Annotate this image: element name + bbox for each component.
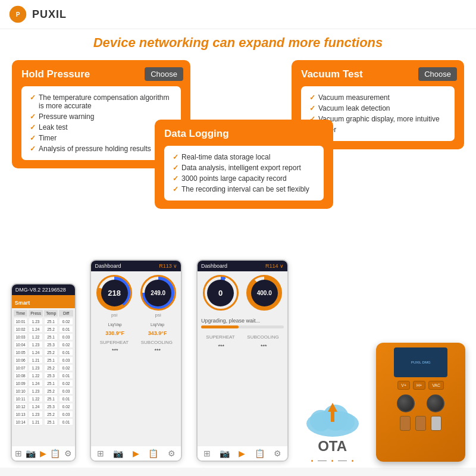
device-body: PUXIL DMG V+ H+ VAC <box>376 343 465 462</box>
list-item: Timer <box>30 133 173 143</box>
bottom-section: DMG-V8.2 22196528 Smart Time Press Temp … <box>0 245 476 468</box>
gauge-value-1: 218 <box>108 289 121 298</box>
gauge-circle-2: 249.0 <box>140 275 176 311</box>
table-row: 10:071.2325.20.02 <box>14 364 73 371</box>
gauge-4: 400.0 <box>246 275 282 311</box>
connection-lines <box>311 460 353 462</box>
list-item: Vacuum measurement <box>309 92 446 103</box>
list-item: 3000 points large capacity record <box>173 173 315 184</box>
phone-2-header-right: R113 ∨ <box>159 263 177 269</box>
hold-pressure-features: The temperature compensation algorithm i… <box>30 92 173 154</box>
table-row: 10:061.2125.10.03 <box>14 356 73 364</box>
phone-2-nav: ⊞ 📷 ▶ 📋 ⚙ <box>91 446 181 461</box>
sc-label-3: SUBCOOLING <box>247 334 278 340</box>
svg-text:P: P <box>16 11 20 18</box>
phone-3: Dashboard R114 ∨ 0 400.0 <box>196 259 289 462</box>
vacuum-test-title: Vacuum Test <box>301 68 363 80</box>
nav-graph[interactable]: ⊞ <box>15 449 22 458</box>
value-row: *** *** <box>91 346 181 355</box>
gauge-2: 249.0 psi <box>140 275 176 318</box>
gauge-value-3: 0 <box>218 289 223 298</box>
table-header: Time Press Temp Diff <box>14 310 73 317</box>
svg-point-5 <box>337 413 355 431</box>
gauge-value-2: 249.0 <box>151 290 165 296</box>
data-table: Time Press Temp Diff 10:011.2325.10.02 1… <box>12 308 75 428</box>
phone-2-header: Dashboard R113 ∨ <box>91 261 181 271</box>
gauge-area: 218 psi 249.0 psi <box>91 271 181 321</box>
device-ports <box>400 416 441 431</box>
cloud-container: OTA <box>303 397 362 455</box>
device-knob-left[interactable] <box>397 394 415 412</box>
nav-start[interactable]: ▶ <box>40 449 46 458</box>
stat-val1: Liq/Vap <box>108 322 122 327</box>
hold-pressure-title: Hold Pressure <box>21 68 90 80</box>
phone-3-content: 0 400.0 Upgrading, please wait... <box>198 271 287 446</box>
col-time: Time <box>14 310 27 317</box>
phone-3-nav: ⊞ 📷 ▶ 📋 ⚙ <box>198 446 287 461</box>
cards-section: Hold Pressure Choose The temperature com… <box>0 54 476 245</box>
table-row: 10:081.2225.30.01 <box>14 372 73 379</box>
progress-bar <box>201 325 284 328</box>
temp-row: 330.9°F 343.9°F <box>91 328 181 339</box>
cloud-icon <box>303 397 362 439</box>
subtitle-bar: Device networking can expand more functi… <box>0 29 476 54</box>
sc-val-3: *** <box>261 343 267 349</box>
device-btn-2[interactable]: H+ <box>413 381 425 390</box>
phone-2-header-left: Dashboard <box>95 263 121 269</box>
device-knob-right[interactable] <box>427 394 444 412</box>
device-wrapper: PUXIL DMG V+ H+ VAC <box>376 343 465 462</box>
nav-graph-3[interactable]: ⊞ <box>203 449 211 458</box>
nav-graph-2[interactable]: ⊞ <box>97 449 104 458</box>
vacuum-test-choose-button[interactable]: Choose <box>418 67 457 81</box>
col-press: Press <box>29 310 43 317</box>
device-screen: PUXIL DMG <box>394 347 447 377</box>
device-btn-3[interactable]: VAC <box>428 381 444 390</box>
nav-play-2[interactable]: ▶ <box>133 449 139 458</box>
table-row: 10:021.2425.20.01 <box>14 325 73 333</box>
sh-value: *** <box>112 347 118 353</box>
list-item: Real-time data storage local <box>173 152 315 162</box>
nav-camera-3[interactable]: 📷 <box>220 449 230 458</box>
data-logging-features: Real-time data storage local Data analys… <box>173 152 315 195</box>
label-row: SUPERHEAT SUBCOOLING <box>91 339 181 346</box>
gauge-label-1: psi <box>96 312 132 318</box>
sc-label: SUBCOOLING <box>141 340 173 345</box>
temp-2: 343.9°F <box>148 330 167 336</box>
sh-label: SUPERHEAT <box>100 340 129 345</box>
hold-pressure-choose-button[interactable]: Choose <box>145 67 183 81</box>
nav-play-3[interactable]: ▶ <box>239 449 245 458</box>
brand-name: PUXIL <box>32 8 67 21</box>
nav-report-2[interactable]: 📋 <box>148 449 158 458</box>
list-item: Analysis of pressure holding results <box>30 143 173 154</box>
sh-val-3: *** <box>218 343 224 349</box>
progress-fill <box>201 325 239 328</box>
gauge-label-2: psi <box>140 312 176 318</box>
device-btn-1[interactable]: V+ <box>397 381 410 390</box>
list-item: Leak test <box>30 122 173 133</box>
col-temp: Temp <box>44 310 58 317</box>
gauge-circle-4: 400.0 <box>246 275 282 311</box>
nav-camera-2[interactable]: 📷 <box>113 449 123 458</box>
phone-1-header: DMG-V8.2 22196528 <box>12 284 75 295</box>
table-row: 10:101.2325.20.03 <box>14 387 73 394</box>
nav-settings-2[interactable]: ⚙ <box>168 449 176 458</box>
upgrade-bar: Upgrading, please wait... <box>198 314 287 332</box>
data-logging-title: Data Logging <box>164 128 229 139</box>
gauge-inner-3: 0 <box>207 280 234 306</box>
nav-settings[interactable]: ⚙ <box>64 449 72 458</box>
phone-3-header-left: Dashboard <box>201 263 227 269</box>
nav-screenshot[interactable]: 📷 <box>26 449 36 458</box>
list-item: The recording interval can be set flexib… <box>173 184 315 195</box>
phone-3-labels: SUPERHEAT SUBCOOLING <box>198 332 287 342</box>
temp-1: 330.9°F <box>105 330 124 336</box>
device-knobs <box>397 394 444 412</box>
device-buttons-row: V+ H+ VAC <box>397 381 444 390</box>
nav-report-3[interactable]: 📋 <box>255 449 265 458</box>
nav-report[interactable]: 📋 <box>50 449 60 458</box>
phone-1: DMG-V8.2 22196528 Smart Time Press Temp … <box>11 283 76 462</box>
col-diff: Diff <box>59 310 73 317</box>
list-item: Pressure warning <box>30 111 173 122</box>
nav-settings-3[interactable]: ⚙ <box>274 449 281 458</box>
sc-value: *** <box>154 347 161 353</box>
table-row: 10:141.2125.10.01 <box>14 418 73 425</box>
